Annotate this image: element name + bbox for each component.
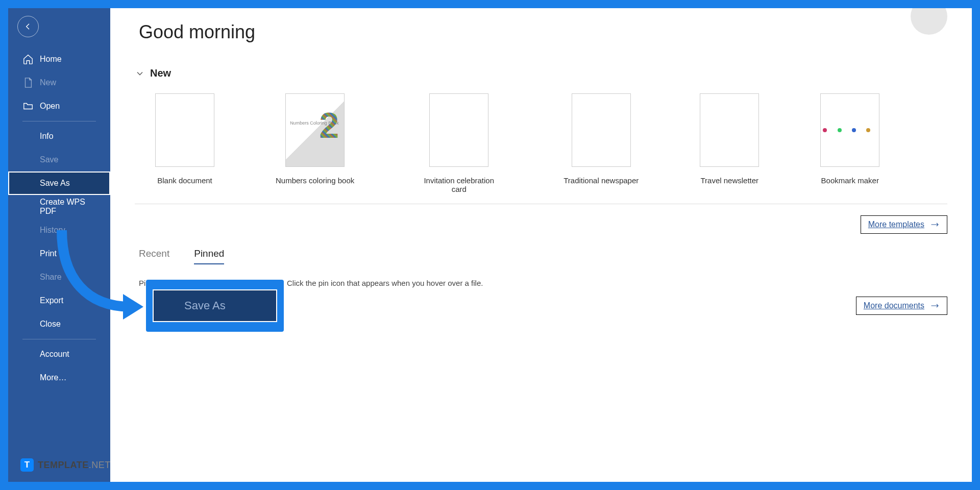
more-templates-link[interactable]: More templates	[861, 215, 947, 234]
template-thumb	[572, 93, 631, 167]
back-button[interactable]	[17, 16, 39, 37]
templates-row: Blank document Numbers Coloring Book Num…	[135, 88, 947, 204]
nav-new-label: New	[40, 78, 56, 87]
template-newspaper[interactable]: Traditional newspaper	[564, 93, 639, 193]
template-label: Blank document	[157, 176, 212, 185]
template-thumb: Numbers Coloring Book	[285, 93, 345, 167]
nav-print[interactable]: Print	[8, 242, 110, 265]
nav-open-label: Open	[40, 102, 60, 111]
callout-save-as: Save As	[146, 280, 284, 332]
nav-save-as[interactable]: Save As	[8, 172, 110, 195]
arrow-right-icon	[930, 302, 940, 310]
more-templates-row: More templates	[135, 215, 947, 234]
watermark: T TEMPLATE.NET	[20, 458, 111, 472]
arrow-left-icon	[24, 22, 32, 31]
nav-home[interactable]: Home	[8, 47, 110, 71]
section-new-header[interactable]: New	[135, 67, 947, 79]
home-icon	[22, 54, 34, 65]
nav-history[interactable]: History	[8, 218, 110, 242]
template-thumb	[820, 93, 879, 167]
sidebar: Home New Open Info Save Save As Create W…	[8, 8, 110, 482]
more-documents-link[interactable]: More documents	[856, 297, 947, 315]
nav-create-wps-pdf[interactable]: Create WPS PDF	[8, 195, 110, 218]
template-numbers[interactable]: Numbers Coloring Book Numbers coloring b…	[276, 93, 354, 193]
greeting: Good morning	[139, 21, 947, 43]
tabs: Recent Pinned	[139, 248, 947, 264]
nav-share[interactable]: Share	[8, 265, 110, 289]
chevron-down-icon	[135, 68, 145, 79]
main: Good morning New Blank document Numbers …	[110, 8, 972, 482]
nav-new[interactable]: New	[8, 71, 110, 94]
nav-save[interactable]: Save	[8, 148, 110, 172]
template-newsletter[interactable]: Travel newsletter	[700, 93, 759, 193]
template-label: Bookmark maker	[821, 176, 879, 185]
nav-open[interactable]: Open	[8, 94, 110, 118]
nav-export[interactable]: Export	[8, 289, 110, 312]
template-label: Travel newsletter	[700, 176, 758, 185]
folder-open-icon	[22, 101, 34, 112]
watermark-badge: T	[20, 458, 34, 472]
tab-recent[interactable]: Recent	[139, 248, 169, 264]
nav-info[interactable]: Info	[8, 125, 110, 148]
template-thumb	[155, 93, 214, 167]
nav-more[interactable]: More…	[8, 366, 110, 389]
template-invitation[interactable]: Invitation celebration card	[415, 93, 502, 193]
document-icon	[22, 77, 34, 88]
arrow-right-icon	[930, 220, 940, 229]
tab-pinned[interactable]: Pinned	[194, 248, 224, 264]
nav-home-label: Home	[40, 55, 62, 64]
callout-inner: Save As	[153, 289, 277, 322]
template-label: Traditional newspaper	[564, 176, 639, 185]
watermark-text: TEMPLATE.NET	[38, 460, 111, 471]
section-new-label: New	[150, 67, 171, 79]
nav-account[interactable]: Account	[8, 342, 110, 366]
template-thumb	[429, 93, 488, 167]
template-label: Invitation celebration card	[415, 176, 502, 193]
template-bookmark[interactable]: Bookmark maker	[820, 93, 879, 193]
divider	[22, 121, 96, 121]
template-thumb	[700, 93, 759, 167]
template-label: Numbers coloring book	[276, 176, 354, 185]
divider	[22, 339, 96, 339]
template-blank[interactable]: Blank document	[155, 93, 214, 193]
nav-close[interactable]: Close	[8, 312, 110, 336]
callout-label: Save As	[184, 299, 226, 312]
